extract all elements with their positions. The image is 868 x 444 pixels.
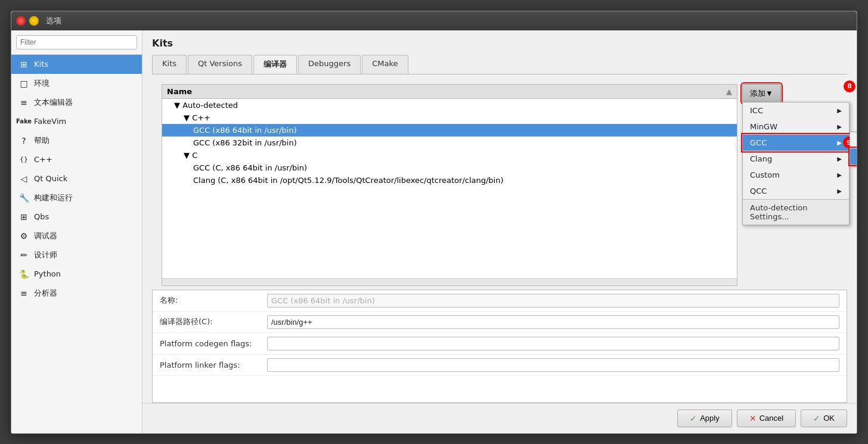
tab-debuggers[interactable]: Debuggers [298, 55, 361, 74]
sidebar-item-kits[interactable]: ⊞ Kits [11, 55, 142, 74]
sidebar-item-fakevim[interactable]: Fake FakeVim [11, 112, 142, 131]
tree-item-gcc-c[interactable]: GCC (C, x86 64bit in /usr/bin) [162, 162, 737, 174]
sidebar-label-designer: 设计师 [34, 250, 57, 260]
tree-item-gcc64[interactable]: GCC (x86 64bit in /usr/bin) [162, 124, 737, 136]
dropdown-item-qcc[interactable]: QCC ▶ [743, 183, 849, 199]
compiler-list-panel: Name ▲ ▼ Auto-detected ▼ C++ [162, 84, 737, 286]
sidebar-item-qtquick[interactable]: ◁ Qt Quick [11, 169, 142, 188]
titlebar: 选项 [11, 11, 857, 30]
horizontal-scrollbar[interactable] [162, 278, 737, 285]
add-label: 添加 [750, 88, 765, 99]
autodetect-settings[interactable]: Auto-detection Settings... [743, 199, 849, 225]
fakevim-icon: Fake [18, 116, 29, 127]
codegen-label: Platform codegen flags: [160, 339, 267, 348]
gcc-submenu: C C++ 10 [850, 132, 857, 165]
details-panel: 名称: GCC (x86 64bit in /usr/bin) 编译器路径(C)… [152, 290, 847, 403]
sidebar-item-qbs[interactable]: ⊞ Qbs [11, 207, 142, 226]
dropdown-item-custom[interactable]: Custom ▶ [743, 167, 849, 183]
dropdown-menu: ICC ▶ MinGW ▶ GCC ▶ 9 [742, 102, 850, 225]
apply-button[interactable]: ✓ Apply [677, 409, 732, 427]
custom-label: Custom [750, 170, 780, 179]
dropdown-item-icc[interactable]: ICC ▶ [743, 103, 849, 119]
sidebar-item-debugger[interactable]: ⚙ 调试器 [11, 226, 142, 246]
main-header: Kits Kits Qt Versions 编译器 Debuggers CMak… [142, 30, 857, 74]
dropdown-item-mingw[interactable]: MinGW ▶ [743, 119, 849, 135]
sidebar-item-build[interactable]: 🔧 构建和运行 [11, 188, 142, 207]
ok-label: OK [823, 414, 835, 423]
tab-kits[interactable]: Kits [152, 55, 187, 74]
sidebar-item-env[interactable]: □ 环境 [11, 74, 142, 93]
tab-compilers[interactable]: 编译器 [253, 55, 297, 74]
tab-cmake[interactable]: CMake [362, 55, 408, 74]
mingw-label: MinGW [750, 122, 777, 131]
python-icon: 🐍 [18, 269, 29, 280]
minimize-button[interactable] [29, 16, 39, 26]
add-btn-container: 添加 ▼ 8 [742, 84, 852, 103]
page-title: Kits [152, 38, 847, 49]
sidebar-label-env: 环境 [34, 78, 49, 89]
sidebar-item-cpp[interactable]: {} C++ [11, 150, 142, 169]
ok-check-icon: ✓ [813, 414, 820, 423]
add-button[interactable]: 添加 ▼ [742, 84, 781, 103]
sidebar-label-build: 构建和运行 [34, 192, 73, 203]
name-value: GCC (x86 64bit in /usr/bin) [267, 294, 839, 308]
name-column-header: Name [167, 87, 192, 96]
kits-icon: ⊞ [18, 59, 29, 70]
dropdown-arrow: ▼ [765, 89, 773, 98]
clang-label: Clang [750, 154, 772, 163]
qcc-label: QCC [750, 187, 767, 195]
name-label: 名称: [160, 295, 267, 306]
compiler-list-scroll[interactable]: ▼ Auto-detected ▼ C++ GCC (x86 64bit in … [162, 99, 737, 278]
autodetect-label: Auto-detection Settings... [750, 203, 808, 221]
dropdown-item-gcc[interactable]: GCC ▶ 9 [743, 135, 849, 151]
path-input[interactable] [267, 315, 839, 329]
apply-label: Apply [700, 414, 720, 423]
item-label: Clang (C, x86 64bit in /opt/Qt5.12.9/Too… [193, 176, 504, 185]
clang-arrow: ▶ [837, 156, 842, 162]
sidebar-item-designer[interactable]: ✏ 设计师 [11, 246, 142, 265]
cpp-icon: {} [18, 154, 29, 165]
sidebar-label-analyzer: 分析器 [34, 288, 57, 299]
linker-input[interactable] [267, 358, 839, 372]
mingw-arrow: ▶ [837, 123, 842, 130]
expand-icon: ▼ [184, 113, 192, 122]
main-panel: Kits Kits Qt Versions 编译器 Debuggers CMak… [142, 30, 857, 433]
tree-item-c[interactable]: ▼ C [162, 149, 737, 162]
submenu-item-cpp[interactable]: C++ 10 [850, 148, 857, 164]
qcc-arrow: ▶ [837, 188, 842, 194]
tree-item-clang-c[interactable]: Clang (C, x86 64bit in /opt/Qt5.12.9/Too… [162, 174, 737, 187]
build-icon: 🔧 [18, 192, 29, 203]
cancel-label: Cancel [760, 414, 783, 423]
sidebar-item-editor[interactable]: ≡ 文本编辑器 [11, 93, 142, 112]
window-title: 选项 [46, 15, 61, 26]
sidebar-label-qbs: Qbs [34, 212, 49, 221]
ok-button[interactable]: ✓ OK [801, 409, 847, 427]
env-icon: □ [18, 78, 29, 89]
right-panel: 添加 ▼ 8 ICC ▶ MinGW [737, 79, 857, 286]
tree-item-autodetected[interactable]: ▼ Auto-detected [162, 99, 737, 111]
badge-8: 8 [844, 80, 855, 92]
filter-area [11, 30, 142, 55]
cancel-cross-icon: ✕ [749, 414, 757, 423]
compiler-section: Name ▲ ▼ Auto-detected ▼ C++ [142, 74, 857, 286]
tree-item-gcc32[interactable]: GCC (x86 32bit in /usr/bin) [162, 136, 737, 149]
sidebar-label-editor: 文本编辑器 [34, 97, 73, 108]
codegen-input[interactable] [267, 337, 839, 350]
sidebar-item-analyzer[interactable]: ≡ 分析器 [11, 284, 142, 303]
qtquick-icon: ◁ [18, 173, 29, 184]
cancel-button[interactable]: ✕ Cancel [737, 409, 796, 427]
tab-bar: Kits Qt Versions 编译器 Debuggers CMake [152, 55, 847, 74]
submenu-item-c[interactable]: C [850, 132, 857, 148]
sidebar-label-help: 帮助 [34, 135, 49, 146]
sidebar-item-python[interactable]: 🐍 Python [11, 265, 142, 284]
tab-qt-versions[interactable]: Qt Versions [188, 55, 252, 74]
item-label: Auto-detected [182, 101, 238, 110]
dropdown-item-clang[interactable]: Clang ▶ [743, 151, 849, 167]
tree-item-cpp[interactable]: ▼ C++ [162, 111, 737, 124]
item-label: GCC (x86 32bit in /usr/bin) [193, 138, 297, 147]
sidebar-item-help[interactable]: ? 帮助 [11, 131, 142, 150]
close-button[interactable] [16, 16, 26, 26]
sidebar-label-debugger: 调试器 [34, 231, 57, 241]
custom-arrow: ▶ [837, 172, 842, 178]
filter-input[interactable] [16, 35, 137, 49]
